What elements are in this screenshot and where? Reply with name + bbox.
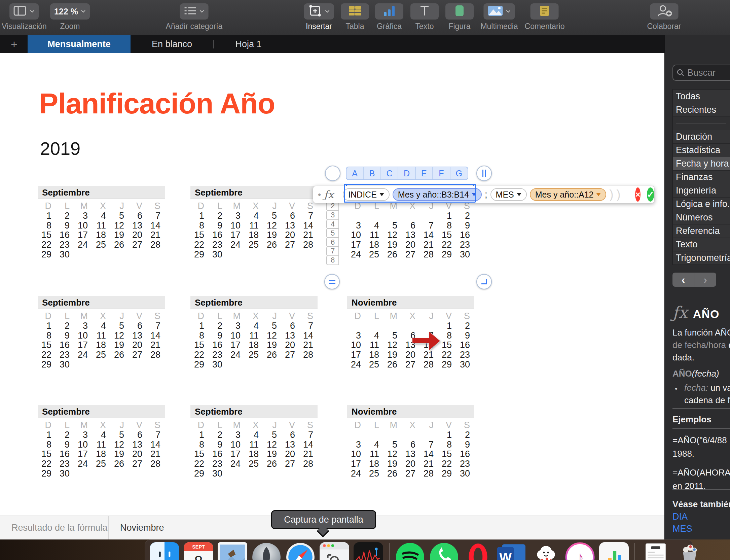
calendar-day-cell[interactable]: 3 [74, 321, 92, 331]
calendar-day-cell[interactable]: 30 [209, 360, 227, 370]
calendar-day-cell[interactable]: 28 [420, 360, 438, 370]
toolbar-button-insert[interactable]: Insertar [304, 3, 334, 31]
calendar-day-cell[interactable]: 20 [281, 449, 299, 459]
calendar-day-cell[interactable]: 11 [245, 331, 263, 341]
category-item-duración[interactable]: Duración [673, 130, 730, 143]
calendar-day-cell[interactable]: 18 [92, 449, 110, 459]
calendar-day-cell[interactable]: 14 [299, 221, 318, 231]
calendar-day-cell[interactable]: 29 [438, 250, 456, 259]
calendar-day-cell[interactable]: 13 [281, 221, 299, 231]
calendar-day-cell[interactable] [245, 360, 263, 370]
calendar-day-cell[interactable]: 27 [129, 350, 147, 360]
calendar-day-cell[interactable]: 16 [209, 340, 227, 350]
calendar-day-cell[interactable]: 6 [281, 430, 299, 440]
calendar-day-cell[interactable]: 17 [347, 350, 365, 360]
calendar-day-cell[interactable]: 17 [74, 449, 92, 459]
calendar-day-cell[interactable]: 16 [56, 449, 74, 459]
column-header-b[interactable]: B [364, 167, 381, 179]
calendar-day-cell[interactable]: 14 [299, 440, 318, 450]
collaborate-button[interactable] [650, 3, 678, 20]
calendar-day-cell[interactable]: 23 [209, 350, 227, 360]
calendar-day-cell[interactable]: 3 [74, 211, 92, 221]
calendar-day-cell[interactable]: 21 [420, 459, 438, 469]
weekday-header-cell[interactable]: L [209, 311, 227, 321]
calendar-day-cell[interactable]: 26 [110, 350, 129, 360]
row-header-7[interactable]: 7 [326, 246, 339, 256]
calendar-day-cell[interactable]: 10 [347, 449, 365, 459]
calendar-day-cell[interactable] [384, 321, 402, 331]
calendar-day-cell[interactable]: 5 [384, 221, 402, 231]
calendar-day-cell[interactable] [147, 469, 165, 479]
dock-icon-whatsapp[interactable] [429, 542, 459, 560]
weekday-header-cell[interactable]: L [56, 201, 74, 211]
calendar-day-cell[interactable]: 14 [147, 221, 165, 231]
calendar-day-cell[interactable]: 18 [245, 340, 263, 350]
weekday-header-cell[interactable]: X [245, 201, 263, 211]
calendar-day-cell[interactable] [365, 430, 384, 440]
calendar-day-cell[interactable]: 9 [56, 221, 74, 231]
calendar-day-cell[interactable]: 28 [147, 459, 165, 469]
calendar-day-cell[interactable] [420, 430, 438, 440]
calendar-table-septiembre-r2[interactable]: SeptiembreDLMXJVS12345678910111213141516… [38, 296, 165, 370]
forward-button[interactable]: › [694, 273, 716, 287]
weekday-header-cell[interactable]: S [147, 201, 165, 211]
calendar-day-cell[interactable]: 21 [420, 350, 438, 360]
weekday-header-cell[interactable]: M [227, 420, 245, 430]
calendar-day-cell[interactable] [227, 469, 245, 479]
calendar-day-cell[interactable]: 1 [190, 430, 209, 440]
calendar-empty-cell[interactable] [456, 259, 474, 269]
calendar-day-cell[interactable]: 20 [129, 230, 147, 240]
calendar-day-cell[interactable]: 5 [263, 211, 281, 221]
calendar-day-cell[interactable]: 10 [347, 230, 365, 240]
calendar-day-cell[interactable] [110, 250, 129, 259]
weekday-header-cell[interactable]: J [263, 201, 281, 211]
weekday-header-cell[interactable]: X [92, 201, 110, 211]
calendar-day-cell[interactable]: 7 [299, 211, 318, 221]
weekday-header-cell[interactable]: V [129, 201, 147, 211]
calendar-day-cell[interactable]: 23 [456, 350, 474, 360]
calendar-day-cell[interactable]: 19 [384, 240, 402, 250]
toolbar-button-chart[interactable]: Gráfica [375, 3, 403, 31]
calendar-day-cell[interactable] [110, 469, 129, 479]
calendar-day-cell[interactable]: 9 [456, 331, 474, 341]
calendar-empty-cell[interactable] [347, 259, 365, 269]
calendar-day-cell[interactable]: 22 [38, 240, 56, 250]
weekday-header-cell[interactable]: D [190, 420, 209, 430]
calendar-day-cell[interactable]: 9 [209, 331, 227, 341]
text-button[interactable] [410, 3, 439, 20]
calendar-day-cell[interactable]: 23 [209, 240, 227, 250]
calendar-day-cell[interactable] [74, 360, 92, 370]
calendar-day-cell[interactable]: 26 [263, 240, 281, 250]
calendar-day-cell[interactable] [365, 211, 384, 221]
calendar-day-cell[interactable]: 9 [56, 440, 74, 450]
calendar-day-cell[interactable]: 30 [456, 360, 474, 370]
calendar-day-cell[interactable]: 6 [402, 440, 420, 450]
calendar-day-cell[interactable]: 3 [227, 321, 245, 331]
calendar-day-cell[interactable]: 2 [456, 321, 474, 331]
calendar-day-cell[interactable]: 7 [147, 430, 165, 440]
calendar-day-cell[interactable] [245, 250, 263, 259]
table-button[interactable] [341, 3, 369, 20]
calendar-table-septiembre-r1[interactable]: SeptiembreDLMXJVS12345678910111213141516… [38, 186, 165, 259]
calendar-day-cell[interactable]: 26 [384, 469, 402, 479]
category-item-trigonometría[interactable]: Trigonometría [673, 251, 730, 265]
calendar-day-cell[interactable]: 27 [402, 469, 420, 479]
calendar-day-cell[interactable]: 22 [190, 350, 209, 360]
calendar-table-noviembre-r2[interactable]: NoviembreDLMXJVS123456789101112131415161… [347, 296, 474, 370]
weekday-header-cell[interactable]: J [110, 311, 129, 321]
calendar-day-cell[interactable]: 3 [347, 331, 365, 341]
weekday-header-cell[interactable]: X [92, 420, 110, 430]
calendar-day-cell[interactable]: 10 [74, 221, 92, 231]
calendar-day-cell[interactable]: 30 [56, 360, 74, 370]
calendar-day-cell[interactable]: 2 [209, 211, 227, 221]
calendar-empty-cell[interactable] [402, 259, 420, 269]
calendar-day-cell[interactable]: 19 [110, 449, 129, 459]
calendar-day-cell[interactable]: 27 [281, 240, 299, 250]
weekday-header-cell[interactable]: X [245, 311, 263, 321]
calendar-day-cell[interactable]: 29 [38, 469, 56, 479]
calendar-day-cell[interactable]: 27 [129, 459, 147, 469]
calendar-day-cell[interactable]: 1 [38, 211, 56, 221]
dock-icon-itunes[interactable]: ♪ [565, 542, 595, 560]
calendar-day-cell[interactable]: 18 [365, 240, 384, 250]
category-item-fecha-y-hora[interactable]: Fecha y hora [673, 157, 730, 170]
